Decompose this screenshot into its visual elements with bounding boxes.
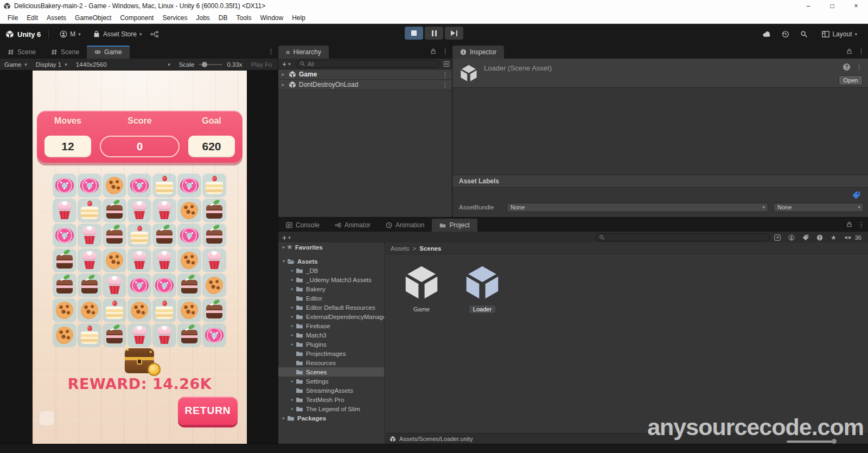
tree-item-textmesh-pro[interactable]: ▸TextMesh Pro xyxy=(278,395,384,404)
grid-tile-cupcake[interactable] xyxy=(53,199,76,222)
tree-item-match3[interactable]: ▸Match3 xyxy=(278,330,384,340)
close-button[interactable]: × xyxy=(844,0,868,12)
tab-hierarchy[interactable]: ≡Hierarchy xyxy=(278,46,329,59)
maximize-button[interactable]: □ xyxy=(820,0,844,12)
grid-tile-cookie[interactable] xyxy=(103,174,126,197)
step-button[interactable] xyxy=(445,27,463,40)
tree-item-editor[interactable]: Editor xyxy=(278,294,384,303)
grid-tile-donut[interactable] xyxy=(53,174,76,197)
tree-item-editor-default-resources[interactable]: ▸Editor Default Resources xyxy=(278,303,384,312)
tab-inspector[interactable]: Inspector xyxy=(452,46,504,59)
visibility-icon[interactable] xyxy=(844,234,852,241)
grid-tile-cake[interactable] xyxy=(152,298,176,322)
tab-game-2[interactable]: Game xyxy=(87,46,130,59)
grid-tile-cupcake[interactable] xyxy=(202,248,226,272)
grid-tile-donut[interactable] xyxy=(177,224,201,247)
grid-tile-cookie[interactable] xyxy=(78,298,101,322)
asset-game[interactable]: Game xyxy=(400,263,443,313)
play-stop-button[interactable] xyxy=(405,27,423,40)
add-label-icon[interactable] xyxy=(852,191,860,200)
panel-menu-icon[interactable]: ⋮ xyxy=(442,47,449,55)
favorites-filter-icon[interactable]: ★ xyxy=(831,234,837,241)
grid-tile-cake[interactable] xyxy=(127,224,151,247)
panel-menu-icon[interactable]: ⋮ xyxy=(267,47,275,55)
header-menu-icon[interactable]: ⋮ xyxy=(856,63,863,71)
menu-db[interactable]: DB xyxy=(214,14,232,22)
tree-item-scenes[interactable]: Scenes xyxy=(278,367,384,377)
create-button[interactable]: +▾ xyxy=(280,60,292,68)
menu-edit[interactable]: Edit xyxy=(22,14,42,22)
menu-tools[interactable]: Tools xyxy=(232,14,256,22)
tree-item-firebase[interactable]: ▸Firebase xyxy=(278,321,384,330)
grid-tile-cupcake[interactable] xyxy=(103,273,126,297)
grid-tile-cookie[interactable] xyxy=(177,248,201,272)
breadcrumb-current[interactable]: Scenes xyxy=(419,245,441,252)
search-warning-icon[interactable] xyxy=(816,234,823,241)
grid-tile-brownie[interactable] xyxy=(152,224,176,247)
hierarchy-item-dontdestroyonload[interactable]: ▸ DontDestroyOnLoad ⋮ xyxy=(278,80,452,90)
game-view-mode-dropdown[interactable]: Game▾ xyxy=(0,61,31,68)
history-icon[interactable] xyxy=(782,30,789,38)
account-dropdown[interactable]: M▾ xyxy=(56,29,84,40)
tree-item-bakery[interactable]: ▸Bakery xyxy=(278,284,384,294)
play-focused-toggle[interactable]: Play Fo xyxy=(247,61,277,68)
grid-tile-cookie[interactable] xyxy=(177,199,201,222)
search-picker-icon[interactable] xyxy=(443,61,450,67)
open-button[interactable]: Open xyxy=(839,75,863,85)
scale-slider[interactable] xyxy=(199,64,222,65)
tab-console[interactable]: Console xyxy=(278,219,327,232)
tree-item-resources[interactable]: Resources xyxy=(278,358,384,367)
menu-services[interactable]: Services xyxy=(158,14,192,22)
tree-item-settings[interactable]: ▸Settings xyxy=(278,377,384,386)
tab-scene-0[interactable]: Scene xyxy=(0,46,43,59)
grid-tile-brownie[interactable] xyxy=(202,199,226,222)
grid-tile-cake[interactable] xyxy=(103,298,126,322)
grid-tile-brownie[interactable] xyxy=(177,323,201,347)
grid-tile-cupcake[interactable] xyxy=(152,248,176,272)
grid-tile-cupcake[interactable] xyxy=(127,248,151,272)
tab-project[interactable]: Project xyxy=(432,219,477,232)
grid-tile-cake[interactable] xyxy=(78,323,101,347)
grid-tile-cake[interactable] xyxy=(78,199,101,222)
tree-item-streamingassets[interactable]: StreamingAssets xyxy=(278,386,384,395)
hierarchy-item-game[interactable]: ▸ Game ⋮ xyxy=(278,69,452,80)
search-by-type-icon[interactable] xyxy=(788,234,795,241)
grid-tile-brownie[interactable] xyxy=(53,273,76,297)
tree-item-favorites[interactable]: ▸★Favorites xyxy=(278,243,384,252)
tree-item--udemy-match3-assets[interactable]: ▸_Udemy Match3 Assets xyxy=(278,275,384,284)
expand-arrow-icon[interactable]: ▸ xyxy=(280,72,286,77)
breadcrumb-root[interactable]: Assets xyxy=(391,245,410,252)
panel-menu-icon[interactable]: ⋮ xyxy=(858,47,865,55)
debug-button[interactable] xyxy=(39,411,54,426)
menu-help[interactable]: Help xyxy=(288,14,310,22)
project-search-input[interactable] xyxy=(595,233,770,241)
grid-tile-cupcake[interactable] xyxy=(78,224,101,247)
grid-tile-brownie[interactable] xyxy=(103,224,126,247)
version-control-icon[interactable] xyxy=(150,30,159,39)
grid-tile-cookie[interactable] xyxy=(202,273,226,297)
grid-tile-brownie[interactable] xyxy=(78,273,101,297)
search-by-label-icon[interactable] xyxy=(802,234,809,241)
grid-tile-cookie[interactable] xyxy=(53,298,76,322)
grid-tile-donut[interactable] xyxy=(127,273,151,297)
grid-tile-donut[interactable] xyxy=(78,174,101,197)
menu-window[interactable]: Window xyxy=(256,14,288,22)
search-icon[interactable] xyxy=(800,30,808,38)
tab-animation[interactable]: Animation xyxy=(378,219,432,232)
grid-tile-cupcake[interactable] xyxy=(78,248,101,272)
grid-tile-cookie[interactable] xyxy=(53,323,76,347)
menu-gameobject[interactable]: GameObject xyxy=(71,14,116,22)
hierarchy-search-input[interactable]: All xyxy=(296,60,440,68)
open-search-window-icon[interactable] xyxy=(774,234,781,241)
display-dropdown[interactable]: Display 1▾ xyxy=(31,61,72,68)
expand-arrow-icon[interactable]: ▸ xyxy=(280,82,286,87)
grid-tile-donut[interactable] xyxy=(202,323,226,347)
grid-tile-cookie[interactable] xyxy=(103,248,126,272)
pause-button[interactable] xyxy=(425,27,443,40)
grid-tile-cupcake[interactable] xyxy=(152,199,176,222)
layout-dropdown[interactable]: Layout▾ xyxy=(819,29,860,40)
grid-tile-cookie[interactable] xyxy=(177,298,201,322)
grid-tile-donut[interactable] xyxy=(152,273,176,297)
tab-animator[interactable]: Animator xyxy=(327,219,378,232)
grid-tile-cupcake[interactable] xyxy=(127,199,151,222)
